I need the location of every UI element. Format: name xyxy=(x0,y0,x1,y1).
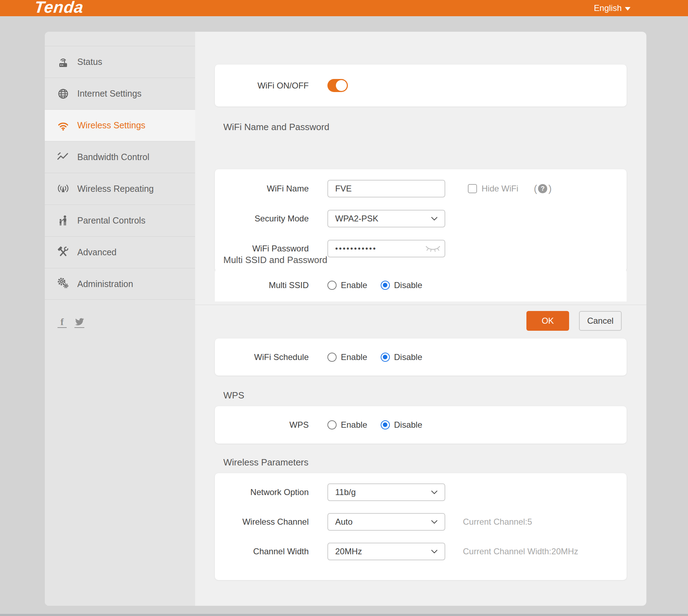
social-links: f xyxy=(58,317,84,328)
top-header: Tenda English xyxy=(0,0,688,16)
section-title-wps: WPS xyxy=(223,390,244,401)
wireless-channel-select[interactable]: Auto xyxy=(327,513,445,531)
wps-radio-group: Enable Disable xyxy=(327,420,422,430)
sidebar-item-label: Administration xyxy=(77,279,133,289)
wps-label: WPS xyxy=(215,420,309,430)
wifi-schedule-card: WiFi Schedule Enable Disable xyxy=(215,339,627,376)
toggle-knob xyxy=(336,80,347,91)
sidebar: Status Internet Settings xyxy=(45,32,195,606)
chevron-down-icon xyxy=(625,7,630,11)
tools-icon xyxy=(55,245,71,260)
router-icon xyxy=(55,54,71,70)
main-panel: Status Internet Settings xyxy=(45,32,646,606)
chevron-down-icon xyxy=(431,550,437,554)
antenna-icon xyxy=(55,181,71,197)
globe-icon xyxy=(55,86,71,102)
sidebar-item-label: Bandwidth Control xyxy=(77,152,149,162)
wps-card: WPS Enable Disable xyxy=(215,406,627,444)
twitter-icon[interactable] xyxy=(74,317,84,328)
channel-width-label: Channel Width xyxy=(215,547,309,556)
wireless-parameters-card: Network Option 11b/g Wireless Channel Au… xyxy=(215,473,627,580)
current-channel-width-note: Current Channel Width:20MHz xyxy=(463,547,578,556)
language-label: English xyxy=(594,3,622,13)
channel-width-select[interactable]: 20MHz xyxy=(327,543,445,560)
sidebar-item-label: Advanced xyxy=(77,247,116,257)
wifi-schedule-disable-radio[interactable]: Disable xyxy=(381,352,422,362)
sidebar-item-bandwidth-control[interactable]: Bandwidth Control xyxy=(45,141,195,173)
radio-checked xyxy=(381,353,390,362)
sidebar-item-label: Wireless Settings xyxy=(77,120,145,130)
help-icon[interactable]: (?) xyxy=(534,183,552,194)
wifi-onoff-label: WiFi ON/OFF xyxy=(215,81,309,91)
multi-ssid-radio-group: Enable Disable xyxy=(327,280,422,290)
wifi-name-input[interactable] xyxy=(327,180,445,197)
wifi-schedule-enable-radio[interactable]: Enable xyxy=(327,352,367,362)
sidebar-item-label: Internet Settings xyxy=(77,89,141,99)
wps-disable-radio[interactable]: Disable xyxy=(381,420,422,430)
section-title-wireless-parameters: Wireless Parameters xyxy=(223,457,308,468)
current-channel-note: Current Channel:5 xyxy=(463,517,532,527)
sidebar-item-status[interactable]: Status xyxy=(45,46,195,78)
sidebar-item-label: Status xyxy=(77,57,102,67)
sidebar-nav: Status Internet Settings xyxy=(45,46,195,300)
wifi-schedule-radio-group: Enable Disable xyxy=(327,352,422,362)
hide-wifi-label: Hide WiFi xyxy=(482,184,518,194)
section-title-multi-ssid: Multi SSID and Password xyxy=(223,255,327,266)
radio-checked xyxy=(381,420,390,429)
radio-unchecked xyxy=(327,281,337,290)
security-mode-label: Security Mode xyxy=(215,214,309,224)
sidebar-item-administration[interactable]: Administration xyxy=(45,268,195,300)
sidebar-item-advanced[interactable]: Advanced xyxy=(45,236,195,268)
facebook-icon[interactable]: f xyxy=(58,318,67,328)
ok-button[interactable]: OK xyxy=(526,311,569,331)
multi-ssid-disable-radio[interactable]: Disable xyxy=(381,280,422,290)
sidebar-item-parental-controls[interactable]: Parental Controls xyxy=(45,205,195,236)
network-option-select[interactable]: 11b/g xyxy=(327,483,445,501)
chevron-down-icon xyxy=(431,490,437,494)
wifi-onoff-card: WiFi ON/OFF xyxy=(215,65,627,106)
sidebar-item-label: Wireless Repeating xyxy=(77,184,154,194)
hide-wifi-checkbox[interactable] xyxy=(468,184,477,193)
security-mode-select[interactable]: WPA2-PSK xyxy=(327,210,445,227)
wifi-name-label: WiFi Name xyxy=(215,184,309,194)
sidebar-item-label: Parental Controls xyxy=(77,215,145,226)
wps-enable-radio[interactable]: Enable xyxy=(327,420,367,430)
section-title-wifi-name: WiFi Name and Password xyxy=(223,122,330,133)
network-option-label: Network Option xyxy=(215,487,309,497)
multi-ssid-label: Multi SSID xyxy=(215,280,309,290)
wifi-icon xyxy=(55,118,71,133)
multi-ssid-card: Multi SSID Enable Disable xyxy=(215,269,627,301)
sidebar-item-wireless-repeating[interactable]: Wireless Repeating xyxy=(45,173,195,205)
tenda-logo: Tenda xyxy=(34,0,84,16)
radio-unchecked xyxy=(327,353,337,362)
wireless-channel-label: Wireless Channel xyxy=(215,517,309,527)
bottom-edge xyxy=(0,614,688,616)
wifi-toggle[interactable] xyxy=(327,79,348,92)
sidebar-item-internet-settings[interactable]: Internet Settings xyxy=(45,78,195,109)
eye-closed-icon[interactable] xyxy=(425,244,441,253)
sidebar-item-wireless-settings[interactable]: Wireless Settings xyxy=(45,109,195,141)
line-chart-icon xyxy=(55,150,71,165)
radio-unchecked xyxy=(327,420,337,429)
parent-child-icon xyxy=(55,213,71,228)
chevron-down-icon xyxy=(431,520,437,524)
radio-checked xyxy=(381,281,390,290)
wifi-schedule-label: WiFi Schedule xyxy=(215,352,309,362)
multi-ssid-enable-radio[interactable]: Enable xyxy=(327,280,367,290)
wifi-password-label: WiFi Password xyxy=(215,244,309,254)
gears-icon xyxy=(55,276,71,292)
cancel-button[interactable]: Cancel xyxy=(579,311,622,331)
language-selector[interactable]: English xyxy=(594,0,630,16)
action-bar: OK Cancel xyxy=(195,305,646,337)
chevron-down-icon xyxy=(431,217,437,221)
content-area: WiFi ON/OFF WiFi Name and Password WiFi … xyxy=(195,32,646,606)
